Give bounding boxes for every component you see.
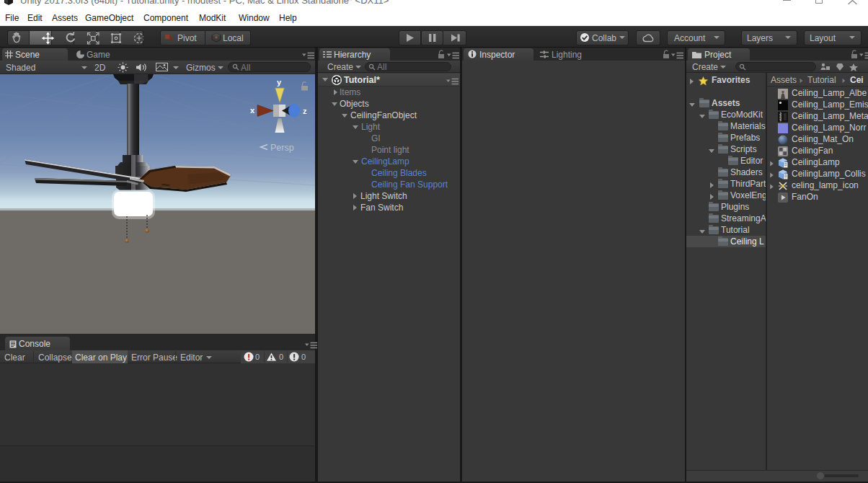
svg-text:x: x [250, 106, 255, 115]
svg-text:y: y [277, 78, 282, 87]
svg-text:0: 0 [255, 353, 260, 361]
svg-text:0: 0 [301, 353, 306, 361]
svg-text:z: z [303, 107, 307, 115]
svg-text:0: 0 [279, 353, 283, 361]
svg-text:Persp: Persp [270, 143, 294, 153]
